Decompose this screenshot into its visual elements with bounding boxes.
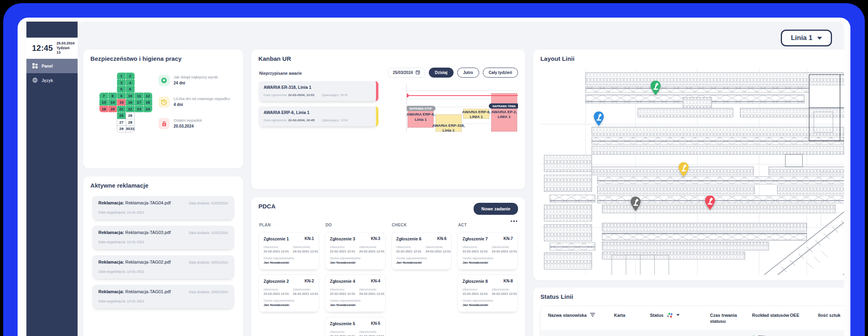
pdca-end-label: Zakończenie:	[359, 288, 384, 291]
sidebar-item-panel[interactable]: Panel	[26, 59, 78, 73]
pdca-person-value: Jan Nowakowski	[264, 303, 314, 307]
calendar-day: 24	[143, 106, 152, 113]
pdca-end-value: 24-02-2021 12:01	[426, 250, 451, 253]
reklamacja-expiry-date: Data wygaśnięcia: 14-01-2021	[98, 299, 228, 303]
pdca-card[interactable]: Zgłoszenie 7KN-7Utworzono:22-02-2021 12:…	[457, 232, 518, 270]
status-legend-icon[interactable]	[667, 313, 673, 318]
pdca-created-value: 22-02-2021 12:01	[330, 334, 355, 336]
pdca-card[interactable]: Zgłoszenie 1KN-1Utworzono:22-02-2021 12:…	[258, 232, 319, 270]
clock-date: 25.03.2024	[56, 41, 74, 45]
pdca-created: Utworzono:22-02-2021 12:01	[330, 330, 355, 336]
timeline-bar-label: AWARIA ERP-6,Linia 1	[406, 112, 435, 122]
column-right: Layout Linii	[533, 50, 844, 336]
status-col-label: Nazwa stanowiska	[548, 312, 587, 318]
pdca-card[interactable]: Zgłoszenie 4KN-4Utworzono:22-02-2021 12:…	[325, 274, 386, 312]
chevron-down-icon[interactable]	[676, 314, 680, 316]
awaria-card[interactable]: AWARIA ER-318, Linia 1Data zgłoszenia: 2…	[258, 81, 378, 101]
status-col-label: Status	[650, 312, 664, 318]
pdca-end-label: Zakończenie:	[359, 245, 384, 249]
reklamacja-item[interactable]: Reklamacja: Reklamacja-TAG02.pdfData dod…	[92, 255, 234, 279]
reklamacja-name-label: Reklamacja:	[98, 230, 124, 235]
pdca-person-label: Osoba odpowiedzialna:	[462, 299, 513, 302]
calendar-day: 10	[126, 92, 135, 100]
machine-pin-yellow[interactable]	[678, 162, 689, 178]
calendar-day: 6	[126, 86, 135, 93]
pdca-column-do: DOZgłoszenie 3KN-3Utworzono:22-02-2021 1…	[325, 220, 386, 336]
pdca-card-top: Zgłoszenie 5KN-5	[330, 321, 380, 326]
star-icon	[158, 75, 170, 86]
timeline-now-line	[407, 95, 518, 96]
status-col-czas-trwania-statusu: Czas trwania statusu	[710, 312, 752, 324]
pdca-header: PDCA Nowe zadanie	[258, 203, 518, 215]
calendar-day: 26	[126, 112, 135, 119]
reklamacja-item[interactable]: Reklamacja: Reklamacja-TAG03.pdfData dod…	[92, 226, 234, 249]
range-button-cały-tydzień[interactable]: Cały tydzień	[483, 68, 518, 78]
pdca-end: Zakończenie:24-02-2021 12:01	[359, 245, 384, 253]
ellipsis-menu-icon[interactable]	[511, 220, 518, 222]
pdca-end-label: Zakończenie:	[293, 288, 318, 291]
pdca-person-value: Jan Nowakowski	[396, 261, 447, 264]
date-picker[interactable]: 25/03/2024	[388, 68, 425, 78]
calendar-row: 789101112	[99, 92, 152, 99]
calendar-day: 5	[117, 86, 126, 93]
machine-pin-blue[interactable]	[593, 112, 604, 128]
range-button-dzisiaj[interactable]: Dzisiaj	[429, 68, 454, 78]
pdca-person-value: Jan Nowakowski	[330, 303, 380, 307]
pdca-card[interactable]: Zgłoszenie 3KN-3Utworzono:22-02-2021 12:…	[325, 232, 386, 270]
timeline-bar-label: AWARIA ERP-6,LINIA 1	[462, 109, 490, 119]
pdca-created-label: Utworzono:	[330, 245, 355, 249]
pdca-card[interactable]: Zgłoszenie 5KN-5Utworzono:22-02-2021 12:…	[325, 317, 386, 336]
column-middle: Kanban UR Nieprzypisane awarie AWARIA ER…	[251, 50, 525, 336]
range-button-jutro[interactable]: Jutro	[457, 68, 479, 78]
kanban-unassigned-panel: Nieprzypisane awarie AWARIA ER-318, Lini…	[258, 68, 378, 132]
pdca-created-value: 22-02-2021 12:01	[264, 250, 289, 253]
pdca-end-value: 24-02-2021 12:01	[293, 250, 318, 253]
pdca-card[interactable]: Zgłoszenie 6KN-6Utworzono:22-02-2021 12:…	[391, 232, 452, 270]
new-task-button[interactable]: Nowe zadanie	[474, 203, 518, 215]
sidebar-item-label: Język	[42, 78, 53, 83]
reklamacja-item[interactable]: Reklamacja: Reklamacja-TAG01.pdfData dod…	[92, 285, 234, 308]
reklamacja-name: Reklamacja: Reklamacja-TAG02.pdf	[98, 260, 171, 264]
calendar-row: 12	[117, 72, 152, 79]
awaria-meta: Data zgłoszenia: 22-02-2024, 12:01Zgłasz…	[264, 93, 371, 97]
pdca-created-label: Utworzono:	[396, 245, 422, 249]
pdca-card-id: KN-4	[371, 279, 380, 284]
main-area: Linia 1 Bezpieczeństwo i higiena pracy 1…	[78, 22, 844, 336]
pdca-card[interactable]: Zgłoszenie 2KN-2Utworzono:22-02-2021 12:…	[258, 274, 319, 312]
reklamacja-item[interactable]: Reklamacja: Reklamacja-TAG04.pdfData dod…	[92, 196, 234, 220]
pdca-end-label: Zakończenie:	[293, 245, 318, 249]
clock-date-week: 25.03.2024 Tydzień 13	[56, 41, 74, 55]
calendar-day: 19	[99, 106, 108, 113]
reklamacja-top: Reklamacja: Reklamacja-TAG02.pdfData dod…	[98, 260, 228, 264]
line-selector-value: Linia 1	[791, 34, 812, 42]
calendar-row: 56	[117, 86, 152, 92]
reklamacja-added-date: Data dodania: 01/02/2024	[189, 201, 228, 205]
pdca-end-value: 24-02-2021 12:01	[359, 292, 384, 296]
awaria-card[interactable]: AWARIA ERP-6, Linia 1Data zgłoszenia: 22…	[258, 106, 378, 126]
dashboard-grid-icon	[32, 63, 38, 69]
clock-week: Tydzień 13	[56, 46, 70, 55]
pdca-card-dates: Utworzono:22-02-2021 12:01Zakończenie:24…	[396, 245, 447, 253]
sidebar-item-jezyk[interactable]: Język	[26, 73, 78, 88]
bhp-stat-value: 4 dni	[174, 102, 231, 107]
bhp-stat-value: 20.03.2024	[174, 124, 203, 128]
app: 12:45 25.03.2024 Tydzień 13 Panel	[26, 22, 844, 336]
timeline-gridline	[407, 90, 518, 91]
layout-header: Layout Linii	[540, 55, 844, 65]
status-table-row[interactable]: 77%	[541, 330, 844, 336]
calendar-day: 9	[117, 92, 126, 100]
pdca-card[interactable]: Zgłoszenie 8KN-8Utworzono:22-02-2021 12:…	[457, 274, 518, 312]
date-picker-value: 25/03/2024	[393, 70, 413, 75]
machine-pin-green[interactable]	[650, 81, 661, 97]
pdca-end: Zakończenie:24-02-2021 12:01	[426, 245, 451, 253]
reklamacja-name-label: Reklamacja:	[98, 289, 124, 294]
bhp-stat-text: Ostatni wypadek:20.03.2024	[174, 118, 203, 129]
line-selector[interactable]: Linia 1	[781, 30, 832, 46]
machine-pin-red[interactable]	[705, 195, 716, 211]
pdca-person-value: Jan Nowakowski	[462, 303, 513, 307]
machine-pin-gray[interactable]	[630, 197, 641, 213]
calendar-day: 7	[99, 92, 108, 100]
pdca-created-value: 22-02-2021 12:01	[462, 250, 488, 253]
calendar-day: 29	[117, 125, 126, 132]
filter-icon[interactable]	[590, 312, 595, 319]
